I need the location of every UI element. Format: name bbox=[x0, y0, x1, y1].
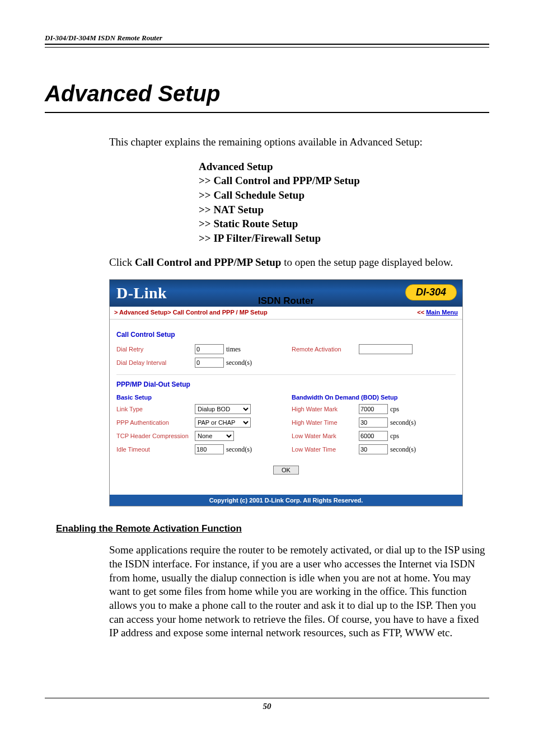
hwt-label: High Water Time bbox=[292, 419, 359, 426]
setup-list-item: >> IP Filter/Firewall Setup bbox=[199, 231, 489, 246]
main-menu-link[interactable]: Main Menu bbox=[426, 309, 458, 316]
divider bbox=[116, 374, 456, 375]
body-text-block: This chapter explains the remaining opti… bbox=[109, 135, 489, 269]
running-header: DI-304/DI-304M ISDN Remote Router bbox=[45, 34, 489, 45]
remote-activation-input[interactable] bbox=[359, 344, 413, 354]
setup-list-item: >> Static Route Setup bbox=[199, 217, 489, 231]
subsection-heading: Enabling the Remote Activation Function bbox=[56, 523, 489, 534]
link-type-row: Link Type Dialup BOD bbox=[116, 403, 280, 415]
setup-list-item: >> Call Schedule Setup bbox=[199, 188, 489, 203]
link-type-label: Link Type bbox=[116, 406, 195, 412]
remote-activation-label: Remote Activation bbox=[292, 346, 359, 353]
remote-activation-row: Remote Activation bbox=[292, 343, 456, 355]
lwt-unit: second(s) bbox=[390, 445, 416, 454]
hwm-input[interactable] bbox=[359, 404, 388, 414]
router-title: ISDN Router bbox=[110, 295, 462, 307]
setup-list-item: >> NAT Setup bbox=[199, 203, 489, 217]
lwm-input[interactable] bbox=[359, 431, 388, 441]
tcp-comp-label: TCP Header Compression bbox=[116, 433, 195, 439]
idle-timeout-label: Idle Timeout bbox=[116, 446, 195, 453]
idle-timeout-unit: second(s) bbox=[226, 445, 252, 454]
ok-row: OK bbox=[116, 457, 456, 490]
text: to open the setup page displayed below. bbox=[281, 256, 453, 268]
setup-list-heading: Advanced Setup bbox=[199, 159, 489, 174]
dial-delay-unit: second(s) bbox=[226, 359, 252, 367]
ppp-auth-label: PPP Authentication bbox=[116, 419, 195, 426]
dial-delay-row: Dial Delay Interval second(s) bbox=[116, 356, 280, 369]
dial-delay-label: Dial Delay Interval bbox=[116, 359, 195, 366]
dial-delay-input[interactable] bbox=[195, 358, 224, 368]
ok-button[interactable]: OK bbox=[273, 466, 299, 475]
link-type-select[interactable]: Dialup BOD bbox=[195, 404, 251, 414]
text: Click bbox=[109, 256, 135, 268]
dial-retry-unit: times bbox=[226, 345, 241, 354]
dial-retry-label: Dial Retry bbox=[116, 346, 195, 353]
ppp-auth-select[interactable]: PAP or CHAP bbox=[195, 417, 251, 428]
lwt-input[interactable] bbox=[359, 444, 388, 454]
lwt-row: Low Water Time second(s) bbox=[292, 443, 456, 456]
ppp-grid: Basic Setup Link Type Dialup BOD PPP Aut… bbox=[116, 392, 456, 457]
lwm-label: Low Water Mark bbox=[292, 433, 359, 439]
body-text-block-2: Some applications require the router to … bbox=[109, 543, 489, 640]
page-footer: 50 bbox=[45, 698, 489, 711]
hwt-unit: second(s) bbox=[390, 419, 416, 427]
click-instruction: Click Call Control and PPP/MP Setup to o… bbox=[109, 256, 489, 270]
chapter-title: Advanced Setup bbox=[45, 81, 489, 106]
call-control-grid: Dial Retry times Dial Delay Interval sec… bbox=[116, 342, 456, 370]
text-bold: Call Control and PPP/MP Setup bbox=[135, 256, 281, 268]
hwm-label: High Water Mark bbox=[292, 406, 359, 412]
hwt-row: High Water Time second(s) bbox=[292, 416, 456, 429]
hwm-row: High Water Mark cps bbox=[292, 403, 456, 415]
setup-list-item: >> Call Control and PPP/MP Setup bbox=[199, 173, 489, 188]
dial-retry-input[interactable] bbox=[195, 344, 224, 354]
main-menu-link-wrap: << Main Menu bbox=[417, 309, 458, 316]
intro-paragraph: This chapter explains the remaining opti… bbox=[109, 135, 489, 149]
chapter-rule bbox=[45, 112, 489, 113]
body-paragraph: Some applications require the router to … bbox=[109, 543, 489, 640]
hwm-unit: cps bbox=[390, 405, 399, 414]
breadcrumb-bar: > Advanced Setup> Call Control and PPP /… bbox=[110, 307, 462, 320]
router-copyright: Copyright (c) 2001 D-Link Corp. All Righ… bbox=[110, 495, 462, 506]
header-rule bbox=[45, 47, 489, 48]
setup-list: Advanced Setup >> Call Control and PPP/M… bbox=[199, 159, 489, 246]
idle-timeout-input[interactable] bbox=[195, 444, 224, 454]
ppp-auth-row: PPP Authentication PAP or CHAP bbox=[116, 416, 280, 429]
router-ui-screenshot: D-Link DI-304 ISDN Router > Advanced Set… bbox=[109, 279, 463, 506]
call-control-heading: Call Control Setup bbox=[116, 331, 456, 339]
tcp-comp-select[interactable]: None bbox=[195, 431, 234, 441]
breadcrumb: > Advanced Setup> Call Control and PPP /… bbox=[114, 309, 268, 316]
lwm-row: Low Water Mark cps bbox=[292, 430, 456, 442]
basic-setup-heading: Basic Setup bbox=[116, 394, 280, 401]
document-page: DI-304/DI-304M ISDN Remote Router Advanc… bbox=[0, 0, 534, 756]
tcp-comp-row: TCP Header Compression None bbox=[116, 430, 280, 442]
main-menu-chevrons: << bbox=[417, 309, 426, 316]
ppp-mp-heading: PPP/MP Dial-Out Setup bbox=[116, 381, 456, 388]
bod-heading: Bandwidth On Demand (BOD) Setup bbox=[292, 394, 456, 401]
dial-retry-row: Dial Retry times bbox=[116, 343, 280, 355]
idle-timeout-row: Idle Timeout second(s) bbox=[116, 443, 280, 456]
lwm-unit: cps bbox=[390, 432, 399, 440]
lwt-label: Low Water Time bbox=[292, 446, 359, 453]
hwt-input[interactable] bbox=[359, 417, 388, 428]
footer-rule bbox=[45, 698, 489, 698]
page-number: 50 bbox=[45, 702, 489, 711]
router-body: Call Control Setup Dial Retry times Dial… bbox=[110, 320, 462, 495]
